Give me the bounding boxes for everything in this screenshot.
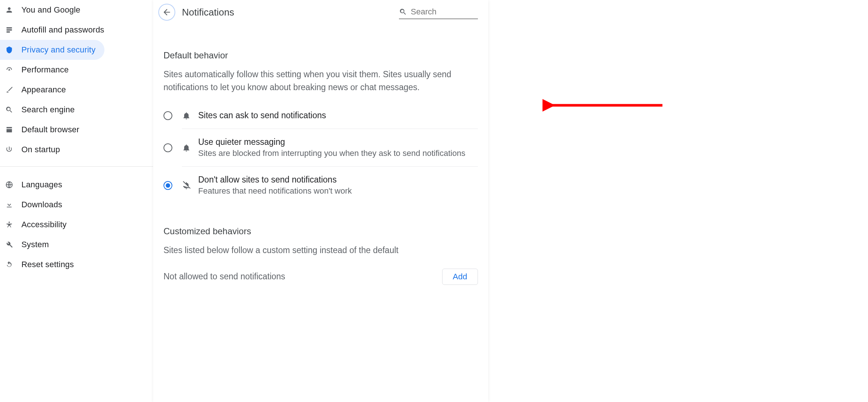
radio-button[interactable]	[163, 143, 172, 152]
sidebar-item-privacy-security[interactable]: Privacy and security	[0, 40, 104, 60]
radio-button[interactable]	[163, 181, 172, 190]
sidebar-item-autofill[interactable]: Autofill and passwords	[0, 20, 104, 40]
sidebar-item-label: Autofill and passwords	[21, 25, 104, 35]
sidebar-item-label: Search engine	[21, 105, 75, 115]
customized-title: Customized behaviors	[163, 226, 478, 236]
sidebar-item-performance[interactable]: Performance	[0, 60, 104, 80]
annotation-arrow-icon	[542, 98, 664, 113]
option-dont-allow[interactable]: Don't allow sites to send notifications …	[182, 167, 478, 204]
add-button[interactable]: Add	[442, 269, 478, 285]
not-allowed-label: Not allowed to send notifications	[163, 272, 285, 282]
power-icon	[0, 146, 13, 154]
search-field[interactable]	[399, 5, 478, 19]
sidebar-item-downloads[interactable]: Downloads	[0, 195, 104, 215]
sidebar-item-label: Accessibility	[21, 220, 66, 229]
sidebar-item-label: Downloads	[21, 200, 62, 209]
default-behavior-desc: Sites automatically follow this setting …	[163, 68, 478, 93]
brush-icon	[0, 86, 13, 94]
person-icon	[0, 6, 13, 14]
main-panel: Notifications Default behavior Sites aut…	[153, 0, 868, 402]
sidebar-item-appearance[interactable]: Appearance	[0, 80, 104, 100]
search-icon	[0, 106, 13, 114]
option-label: Don't allow sites to send notifications	[198, 175, 352, 185]
autofill-icon	[0, 26, 13, 34]
wrench-icon	[0, 241, 13, 249]
option-sublabel: Sites are blocked from interrupting you …	[198, 149, 465, 158]
default-behavior-options: Sites can ask to send notifications Use …	[163, 102, 478, 204]
sidebar-item-label: Default browser	[21, 125, 79, 134]
sidebar-item-label: Performance	[21, 65, 69, 75]
customized-desc: Sites listed below follow a custom setti…	[163, 244, 478, 257]
back-arrow-icon	[162, 7, 172, 17]
sidebar-item-search-engine[interactable]: Search engine	[0, 100, 104, 120]
sidebar-item-you-and-google[interactable]: You and Google	[0, 0, 104, 20]
page-title: Notifications	[182, 7, 234, 18]
option-label: Sites can ask to send notifications	[198, 110, 326, 120]
browser-icon	[0, 126, 13, 134]
sidebar-item-label: Appearance	[21, 85, 66, 95]
settings-sidebar: You and Google Autofill and passwords Pr…	[0, 0, 153, 402]
content-header: Notifications	[153, 0, 488, 24]
sidebar-item-on-startup[interactable]: On startup	[0, 140, 104, 160]
radio-button[interactable]	[163, 111, 172, 120]
search-icon	[399, 8, 407, 16]
globe-icon	[0, 181, 13, 189]
search-input[interactable]	[411, 7, 478, 17]
sidebar-item-label: On startup	[21, 145, 60, 154]
default-behavior-title: Default behavior	[163, 50, 478, 61]
reset-icon	[0, 260, 13, 269]
sidebar-item-languages[interactable]: Languages	[0, 175, 104, 195]
download-icon	[0, 201, 13, 209]
sidebar-item-reset[interactable]: Reset settings	[0, 255, 104, 275]
sidebar-item-default-browser[interactable]: Default browser	[0, 120, 104, 140]
option-label: Use quieter messaging	[198, 137, 465, 147]
option-sites-can-ask[interactable]: Sites can ask to send notifications	[182, 102, 478, 129]
sidebar-item-system[interactable]: System	[0, 235, 104, 255]
shield-icon	[0, 46, 13, 54]
sidebar-item-label: You and Google	[21, 5, 80, 15]
sidebar-item-accessibility[interactable]: Accessibility	[0, 215, 104, 235]
bell-icon	[182, 143, 193, 152]
option-sublabel: Features that need notifications won't w…	[198, 186, 352, 196]
speed-icon	[0, 66, 13, 74]
sidebar-item-label: Privacy and security	[21, 45, 96, 55]
option-quieter-messaging[interactable]: Use quieter messaging Sites are blocked …	[182, 129, 478, 167]
bell-icon	[182, 111, 193, 120]
bell-off-icon	[182, 181, 193, 190]
sidebar-item-label: Languages	[21, 180, 62, 190]
sidebar-item-label: Reset settings	[21, 260, 74, 269]
back-button[interactable]	[158, 4, 175, 21]
accessibility-icon	[0, 221, 13, 229]
not-allowed-row: Not allowed to send notifications Add	[163, 269, 478, 285]
sidebar-item-label: System	[21, 240, 49, 249]
